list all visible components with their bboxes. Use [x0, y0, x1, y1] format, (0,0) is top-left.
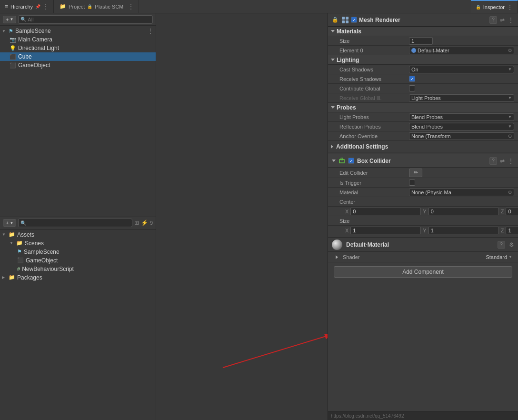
box-collider-expand-icon — [332, 160, 336, 162]
settings-icon-material[interactable]: ⚙ — [509, 241, 514, 248]
cube-icon: ⬛ — [10, 54, 16, 60]
additional-settings-header[interactable]: Additional Settings — [328, 141, 518, 152]
receive-global-dropdown[interactable]: Light Probes ▼ — [409, 94, 514, 102]
project-item-packages[interactable]: ▶ 📁 Packages — [0, 273, 156, 282]
search-input-project[interactable] — [28, 220, 130, 226]
material-field[interactable]: None (Physic Ma ⊙ — [409, 189, 514, 196]
is-trigger-checkbox[interactable] — [409, 180, 415, 186]
add-component-button[interactable]: Add Component — [334, 266, 512, 278]
tree-item-gameobject[interactable]: ⬛ GameObject — [0, 61, 156, 70]
prop-row-receive-shadows: Receive Shadows ✓ — [328, 74, 518, 84]
filter-icon[interactable]: ⚡ — [141, 220, 148, 226]
add-button-project[interactable]: + ▼ — [3, 219, 16, 227]
anchor-target-icon[interactable]: ⊙ — [508, 133, 512, 139]
assets-folder-icon: 📁 — [9, 231, 15, 238]
settings-icon-collider[interactable]: ⇌ — [500, 158, 505, 164]
center-z-label: Z — [501, 209, 504, 214]
script-icon: # — [17, 266, 20, 272]
collapse-icon-packages[interactable]: ▶ — [2, 275, 8, 280]
assets-label: Assets — [17, 231, 34, 238]
search-box-project[interactable]: 🔍 — [18, 219, 132, 227]
box-collider-enable-checkbox[interactable]: ✓ — [348, 158, 354, 164]
light-probes-label: Light Probes — [339, 114, 406, 120]
cast-shadows-arrow: ▼ — [508, 67, 512, 71]
tab-inspector[interactable]: 🔒 Inspector ⋮ — [471, 0, 518, 13]
receive-shadows-label: Receive Shadows — [339, 76, 406, 82]
edit-collider-button[interactable]: ✏ — [409, 169, 422, 177]
contribute-global-checkbox[interactable] — [409, 85, 415, 91]
size-z-input[interactable] — [506, 227, 518, 234]
size-y-input[interactable] — [428, 227, 499, 234]
light-probes-dropdown[interactable]: Blend Probes ▼ — [409, 113, 514, 121]
element0-target-icon[interactable]: ⊙ — [508, 48, 512, 53]
tree-item-samplescene[interactable]: ▼ ⚑ SampleScene ⋮ — [0, 27, 156, 35]
default-material-label: Default-Material — [346, 241, 494, 248]
lock-icon-inspector[interactable]: 🔒 — [332, 17, 339, 23]
center-x-input[interactable] — [350, 208, 421, 215]
plastic-tab-label: Plastic SCM — [95, 4, 123, 10]
mesh-renderer-enable-checkbox[interactable]: ✓ — [351, 17, 357, 23]
center-z-input[interactable] — [506, 208, 518, 215]
help-icon-mesh[interactable]: ? — [489, 16, 497, 24]
reflection-probes-label: Reflection Probes — [339, 124, 406, 130]
shader-value: Standard — [486, 254, 507, 260]
project-more-icon[interactable]: ⋮ — [128, 3, 134, 10]
project-item-script[interactable]: # NewBehaviourScript — [0, 265, 156, 273]
tab-hierarchy[interactable]: ≡ Hierarchy 📌 ⋮ — [0, 0, 54, 13]
element0-circle — [411, 48, 416, 53]
prop-row-cast-shadows: Cast Shadows On ▼ — [328, 65, 518, 74]
box-collider-icon — [339, 158, 345, 164]
hierarchy-tab-label: Hierarchy — [10, 4, 33, 10]
camera-label: Main Camera — [18, 36, 52, 43]
prop-row-anchor-override: Anchor Override None (Transform ⊙ — [328, 131, 518, 141]
receive-shadows-checkbox[interactable]: ✓ — [409, 76, 415, 82]
more-icon-collider[interactable]: ⋮ — [508, 157, 514, 165]
project-item-gameobject[interactable]: ⬛ GameObject — [0, 256, 156, 265]
help-icon-collider[interactable]: ? — [489, 157, 497, 165]
scene-file-icon: ⚑ — [17, 249, 22, 255]
size-input[interactable] — [409, 37, 433, 45]
inspector-tab-more[interactable]: ⋮ — [507, 4, 513, 10]
collapse-icon-assets[interactable]: ▼ — [2, 232, 8, 237]
tree-item-directional-light[interactable]: 💡 Directional Light — [0, 44, 156, 52]
prop-row-element0: Element 0 Default-Mater ⊙ — [328, 46, 518, 55]
project-item-assets[interactable]: ▼ 📁 Assets — [0, 230, 156, 239]
probes-header[interactable]: Probes — [328, 103, 518, 112]
shader-dropdown[interactable]: Standard ▼ — [484, 254, 514, 260]
edit-collider-label: Edit Collider — [339, 170, 406, 176]
reflection-probes-dropdown[interactable]: Blend Probes ▼ — [409, 123, 514, 130]
lighting-header[interactable]: Lighting — [328, 55, 518, 65]
box-collider-header[interactable]: ✓ Box Collider ? ⇌ ⋮ — [328, 154, 518, 168]
collapse-icon-scenes[interactable]: ▼ — [10, 241, 15, 245]
add-button[interactable]: + ▼ — [3, 16, 16, 23]
search-box-hierarchy[interactable]: 🔍 — [18, 15, 153, 24]
project-item-scenes[interactable]: ▼ 📁 Scenes — [0, 239, 156, 248]
tree-item-main-camera[interactable]: 📷 Main Camera — [0, 35, 156, 44]
probes-section: Probes Light Probes Blend Probes ▼ Refle… — [328, 103, 518, 141]
tree-item-cube[interactable]: ⬛ Cube — [0, 52, 156, 61]
element0-value[interactable]: Default-Mater ⊙ — [409, 47, 514, 54]
center-y-input[interactable] — [428, 208, 499, 215]
settings-icon-mesh[interactable]: ⇌ — [500, 17, 505, 23]
material-target-icon[interactable]: ⊙ — [508, 190, 512, 195]
cast-shadows-dropdown[interactable]: On ▼ — [409, 66, 514, 73]
project-item-samplescene[interactable]: ⚑ SampleScene — [0, 248, 156, 256]
url-text: https://blog.csdn.net/qq_51476492 — [331, 413, 404, 419]
anchor-override-field[interactable]: None (Transform ⊙ — [409, 132, 514, 140]
tab-project[interactable]: 📁 Project 🔒 Plastic SCM ⋮ — [55, 0, 139, 13]
gameobject-label: GameObject — [26, 257, 58, 264]
default-material-row[interactable]: Default-Material ? ⚙ — [328, 238, 518, 252]
more-icon-mesh[interactable]: ⋮ — [508, 16, 514, 24]
hierarchy-more-icon[interactable]: ⋮ — [43, 3, 49, 10]
help-icon-material[interactable]: ? — [498, 241, 505, 249]
samplescene-label: SampleScene — [24, 249, 60, 255]
collapse-icon-scene[interactable]: ▼ — [2, 29, 8, 33]
size-x-input[interactable] — [350, 227, 421, 234]
view-icon[interactable]: ⊞ — [134, 220, 139, 226]
expand-triangle-material[interactable] — [336, 255, 338, 259]
prop-row-material: Material None (Physic Ma ⊙ — [328, 188, 518, 197]
scene-more-icon[interactable]: ⋮ — [147, 28, 154, 34]
materials-header[interactable]: Materials — [328, 27, 518, 36]
scene-icon: ⚑ — [9, 28, 13, 34]
search-input-hierarchy[interactable] — [28, 17, 150, 22]
